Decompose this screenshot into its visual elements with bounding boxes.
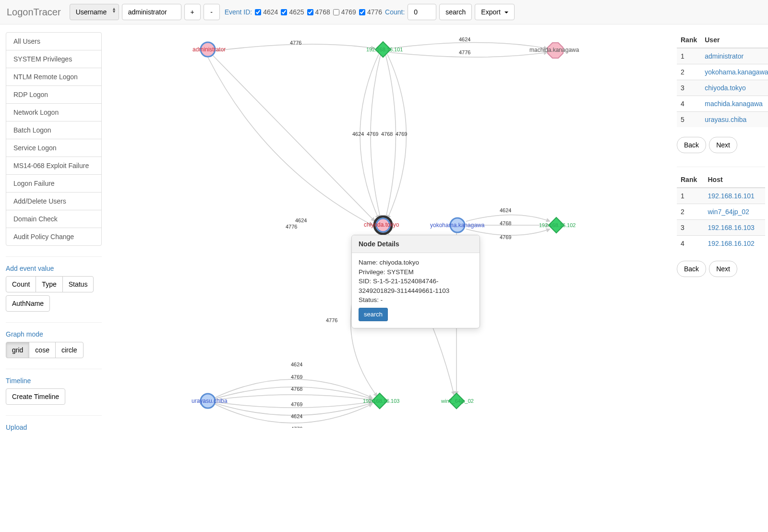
host-back-button[interactable]: Back [677,261,706,277]
search-button[interactable]: search [439,4,472,20]
table-row: 3chiyoda.tokyo [677,80,768,96]
table-row: 1administrator [677,48,768,64]
graph-svg: 4776 4624 4776 4624 4769 4768 4769 4624 … [102,24,677,428]
event-4768[interactable]: 4768 [307,8,330,16]
edge-label: 4768 [381,131,393,137]
node-yokohama[interactable]: yokohama.kanagawa [430,218,485,232]
filter-ms14-068[interactable]: MS14-068 Exploit Failure [6,157,101,175]
popup-search-button[interactable]: search [359,308,388,322]
event-4769-checkbox[interactable] [333,9,339,15]
edge-label: 4624 [291,362,302,367]
export-button[interactable]: Export [475,4,514,20]
mode-circle-button[interactable]: circle [55,342,84,358]
node-machida[interactable]: machida.kanagawa [529,43,579,58]
sidebar: All Users SYSTEM Privileges NTLM Remote … [0,24,102,435]
event-4624[interactable]: 4624 [255,8,278,16]
event-4625[interactable]: 4625 [281,8,304,16]
host-link[interactable]: 192.168.16.102 [708,240,755,247]
svg-text:win7_64jp_02: win7_64jp_02 [441,398,474,404]
add-event-buttons: Count Type Status [6,276,94,292]
add-event-label: Add event value [6,265,102,272]
filter-audit-policy[interactable]: Audit Policy Change [6,228,101,245]
graph-mode-buttons: grid cose circle [6,342,84,358]
timeline-label: Timeline [6,377,102,385]
add-count-button[interactable]: Count [6,276,36,292]
add-status-button[interactable]: Status [62,276,94,292]
filter-network-logon[interactable]: Network Logon [6,104,101,121]
edge-label: 4624 [291,413,302,419]
edge-label: 4769 [396,131,407,137]
create-timeline-button[interactable]: Create Timeline [6,388,65,405]
filter-batch-logon[interactable]: Batch Logon [6,121,101,139]
table-row: 2win7_64jp_02 [677,204,765,220]
user-next-button[interactable]: Next [709,137,737,153]
node-chiyoda[interactable]: chiyoda.tokyo [364,217,399,234]
count-input[interactable] [408,4,436,20]
node-h101[interactable]: 192.168.16.101 [366,42,403,57]
svg-text:urayasu.chiba: urayasu.chiba [192,398,228,404]
filter-rdp-logon[interactable]: RDP Logon [6,86,101,104]
event-4768-checkbox[interactable] [307,9,313,15]
host-link[interactable]: 192.168.16.101 [708,192,755,200]
edge-label: 4769 [291,374,302,380]
popup-body: Name: chiyoda.tokyo Privilege: SYSTEM SI… [352,253,480,328]
user-back-button[interactable]: Back [677,137,706,153]
user-link[interactable]: chiyoda.tokyo [705,84,746,92]
filter-logon-failure[interactable]: Logon Failure [6,175,101,193]
timeline-buttons: Create Timeline [6,388,65,405]
table-row: 2yokohama.kanagawa [677,64,768,80]
event-4624-checkbox[interactable] [255,9,261,15]
add-authname-button[interactable]: AuthName [6,295,50,312]
mode-grid-button[interactable]: grid [6,342,29,358]
popup-title: Node Details [352,235,480,253]
event-4769[interactable]: 4769 [333,8,356,16]
edge-label: 4776 [459,49,470,55]
rank-user-table: Rank User 1administrator 2yokohama.kanag… [677,32,768,127]
user-link[interactable]: administrator [705,52,744,60]
user-link[interactable]: urayasu.chiba [705,116,746,123]
host-next-button[interactable]: Next [709,261,737,277]
table-row: 4192.168.16.102 [677,236,765,252]
host-link[interactable]: 192.168.16.103 [708,224,755,231]
filter-ntlm-remote[interactable]: NTLM Remote Logon [6,68,101,86]
search-mode-select[interactable]: Username [70,4,119,20]
mode-cose-button[interactable]: cose [29,342,56,358]
popup-status-row: Status: - [359,295,473,305]
right-panel: Rank User 1administrator 2yokohama.kanag… [677,24,768,435]
user-link[interactable]: machida.kanagawa [705,100,763,108]
filter-service-logon[interactable]: Service Logon [6,139,101,157]
search-input[interactable] [122,4,181,20]
svg-text:administrator: administrator [192,46,226,53]
graph-mode-label: Graph mode [6,330,102,338]
svg-text:192.168.16.102: 192.168.16.102 [539,222,576,228]
event-4625-checkbox[interactable] [281,9,287,15]
host-link[interactable]: win7_64jp_02 [708,208,749,216]
graph-area[interactable]: 4776 4624 4776 4624 4769 4768 4769 4624 … [102,24,677,428]
event-4776-checkbox[interactable] [359,9,365,15]
filter-add-delete-users[interactable]: Add/Delete Users [6,193,101,210]
zoom-out-button[interactable]: - [204,4,220,20]
edge-label: 4776 [286,224,297,230]
node-win7[interactable]: win7_64jp_02 [441,393,474,409]
host-pager: Back Next [677,261,765,277]
table-row: 5urayasu.chiba [677,112,768,128]
node-administrator[interactable]: administrator [192,42,226,57]
edge-label: 4768 [291,386,302,392]
edge-label: 4769 [291,401,302,407]
node-urayasu[interactable]: urayasu.chiba [192,394,228,408]
add-event-buttons-2: AuthName [6,295,50,312]
user-link[interactable]: yokohama.kanagawa [705,68,768,76]
col-rank: Rank [677,32,701,48]
event-4776[interactable]: 4776 [359,8,382,16]
edge-label: 4776 [326,317,337,323]
add-type-button[interactable]: Type [36,276,62,292]
caret-down-icon [504,12,508,13]
edge-label: 4768 [500,220,511,226]
filter-all-users[interactable]: All Users [6,33,101,50]
zoom-in-button[interactable]: + [184,4,201,20]
rank-host-table: Rank Host 1192.168.16.101 2win7_64jp_02 … [677,172,765,251]
filter-system-privileges[interactable]: SYSTEM Privileges [6,50,101,68]
filter-domain-check[interactable]: Domain Check [6,210,101,228]
node-h103[interactable]: 192.168.16.103 [363,393,399,409]
search-mode-select-wrap: Username ▴▾ [70,4,119,20]
